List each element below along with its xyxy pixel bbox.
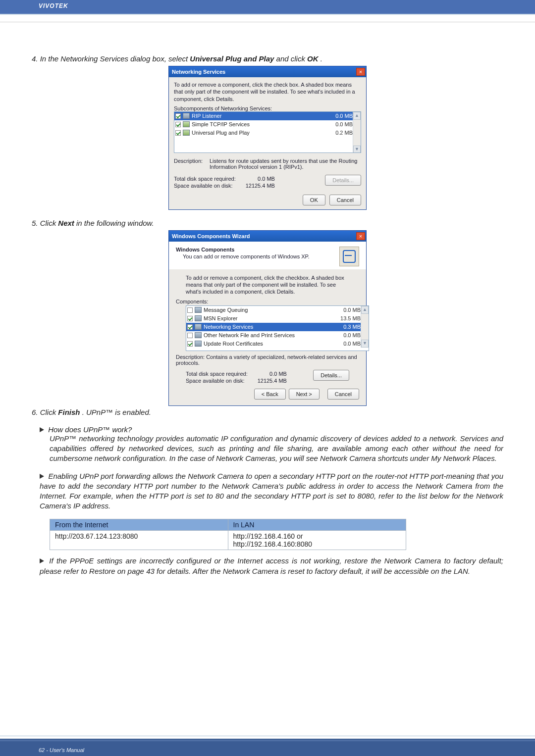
subcomponents-label: Subcomponents of Networking Services: — [174, 105, 361, 111]
list-item[interactable]: Message Queuing 0.0 MB — [186, 306, 369, 314]
item-label: Update Root Certificates — [204, 341, 343, 347]
component-icon — [183, 130, 190, 136]
scroll-up-icon[interactable]: ▲ — [353, 112, 361, 120]
table-cell: http://203.67.124.123:8080 — [50, 531, 228, 550]
component-icon — [195, 332, 202, 338]
component-icon — [195, 307, 202, 313]
req-total-label: Total disk space required: — [174, 176, 236, 182]
components-list[interactable]: Message Queuing 0.0 MB MSN Explorer 13.5… — [186, 305, 369, 351]
list-item[interactable]: Other Network File and Print Services 0.… — [186, 331, 369, 340]
item-label: Networking Services — [204, 324, 343, 330]
item-label: Simple TCP/IP Services — [192, 121, 335, 127]
step6-line: 6. Click Finish . UPnP™ is enabled. — [32, 408, 503, 416]
component-icon — [183, 121, 190, 127]
step6-suffix: . UPnP™ is enabled. — [82, 408, 151, 416]
item-label: Message Queuing — [204, 307, 343, 313]
checkbox-icon[interactable] — [175, 130, 181, 136]
step4-bold2: OK — [307, 54, 319, 63]
cancel-button[interactable]: Cancel — [329, 195, 361, 205]
back-button[interactable]: < Back — [254, 389, 286, 400]
step4-prefix: 4. In the Networking Services dialog box… — [32, 54, 190, 63]
step4-bold1: Universal Plug and Play — [190, 54, 274, 63]
q1-body: UPnP™ networking technology provides aut… — [50, 434, 503, 463]
checkbox-icon[interactable] — [175, 122, 181, 127]
req-avail-label: Space available on disk: — [186, 378, 245, 384]
component-icon — [195, 341, 202, 347]
item-label: MSN Explorer — [204, 315, 340, 321]
q1-title: How does UPnP™ work? — [48, 425, 132, 434]
step5-suffix: in the following window. — [76, 219, 154, 227]
networking-services-dialog: Networking Services × To add or remove a… — [168, 66, 367, 210]
ok-button[interactable]: OK — [303, 195, 325, 205]
step5-line: 5. Click Next in the following window. — [32, 219, 503, 227]
checkbox-icon[interactable] — [187, 307, 193, 313]
list-item[interactable]: Networking Services 0.3 MB — [186, 323, 369, 331]
req-total-value: 0.0 MB — [269, 371, 287, 377]
description-key: Description: — [174, 158, 210, 170]
step6-prefix: 6. Click — [32, 408, 58, 416]
dialog-title: Networking Services — [172, 69, 225, 75]
item-size: 0.2 MB — [335, 130, 353, 136]
item-label: RIP Listener — [192, 113, 335, 119]
title-bar: Windows Components Wizard × — [169, 231, 366, 242]
subcomponents-list[interactable]: RIP Listener 0.0 MB Simple TCP/IP Servic… — [174, 111, 361, 153]
table-header: From the Internet — [50, 519, 228, 531]
scroll-down-icon[interactable]: ▼ — [361, 340, 369, 348]
cell-line2: http://192.168.4.160:8080 — [233, 540, 313, 548]
title-bar: Networking Services × — [169, 66, 366, 77]
table-cell: http://192.168.4.160 or http://192.168.4… — [228, 531, 406, 550]
checkbox-icon[interactable] — [187, 341, 193, 347]
step5-prefix: 5. Click — [32, 219, 58, 227]
close-icon[interactable]: × — [356, 68, 365, 76]
triangle-icon — [40, 474, 44, 479]
dialog-intro: To add or remove a component, click the … — [174, 81, 361, 102]
step4-suffix: . — [321, 54, 322, 63]
scroll-up-icon[interactable]: ▲ — [361, 306, 369, 314]
scrollbar[interactable]: ▲ ▼ — [353, 112, 361, 153]
table-header: In LAN — [228, 519, 406, 531]
wizard-subheading: You can add or remove components of Wind… — [183, 253, 334, 259]
component-icon — [183, 113, 190, 119]
item-size: 0.0 MB — [343, 341, 361, 347]
req-avail-label: Space available on disk: — [174, 183, 233, 189]
q3-body-wrapper: If the PPPoE settings are incorrectly co… — [40, 556, 503, 576]
step6-bold: Finish — [58, 408, 80, 416]
cancel-button[interactable]: Cancel — [327, 389, 359, 400]
component-icon — [195, 324, 202, 330]
cell-line1: http://192.168.4.160 or — [233, 532, 303, 540]
list-item[interactable]: RIP Listener 0.0 MB — [174, 112, 361, 120]
wizard-title: Windows Components Wizard — [172, 233, 250, 239]
checkbox-icon[interactable] — [187, 333, 193, 338]
item-size: 0.3 MB — [343, 324, 361, 330]
address-table: From the Internet In LAN http://203.67.1… — [50, 519, 406, 550]
checkbox-icon[interactable] — [187, 316, 193, 321]
list-item[interactable]: Universal Plug and Play 0.2 MB — [174, 129, 361, 137]
q2-body-wrapper: Enabling UPnP port forwarding allows the… — [40, 471, 503, 511]
close-icon[interactable]: × — [356, 232, 365, 240]
item-size: 0.0 MB — [343, 332, 361, 338]
item-size: 0.0 MB — [335, 113, 353, 119]
req-avail-value: 12125.4 MB — [258, 378, 287, 384]
q2-body: Enabling UPnP port forwarding allows the… — [40, 472, 503, 510]
step5-bold: Next — [58, 219, 74, 227]
next-button[interactable]: Next > — [289, 389, 320, 400]
triangle-icon — [40, 558, 44, 563]
wizard-icon — [339, 247, 359, 266]
item-size: 0.0 MB — [343, 307, 361, 313]
list-item[interactable]: Update Root Certificates 0.0 MB — [186, 340, 369, 348]
scroll-down-icon[interactable]: ▼ — [353, 146, 361, 153]
list-item[interactable]: Simple TCP/IP Services 0.0 MB — [174, 120, 361, 129]
step4-line: 4. In the Networking Services dialog box… — [32, 54, 503, 63]
checkbox-icon[interactable] — [175, 113, 181, 119]
component-icon — [195, 315, 202, 321]
scrollbar[interactable]: ▲ ▼ — [361, 306, 369, 348]
item-size: 0.0 MB — [335, 121, 353, 127]
wizard-intro: To add or remove a component, click the … — [186, 274, 349, 296]
checkbox-icon[interactable] — [187, 324, 193, 330]
q3-body: If the PPPoE settings are incorrectly co… — [40, 556, 503, 575]
details-button[interactable]: Details... — [313, 370, 349, 381]
list-item[interactable]: MSN Explorer 13.5 MB — [186, 314, 369, 323]
details-button[interactable]: Details... — [325, 175, 361, 186]
item-size: 13.5 MB — [340, 315, 361, 321]
wizard-description: Description: Contains a variety of speci… — [176, 354, 359, 366]
